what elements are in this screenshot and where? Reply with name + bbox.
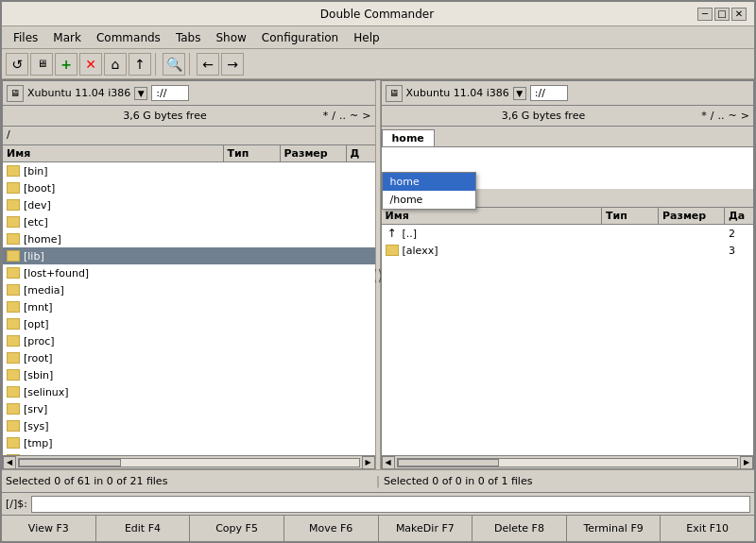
titlebar-buttons[interactable]: ─ □ ✕ [697,8,747,21]
menu-commands[interactable]: Commands [89,29,168,46]
right-slash[interactable]: / [711,110,714,122]
close-button[interactable]: ✕ [731,8,747,21]
left-col-date-header[interactable]: Д [347,145,375,161]
cmd-bar: [/]$: [2,492,754,515]
forward-button[interactable]: → [221,53,244,76]
left-file-row[interactable]: [lost+found] [3,264,375,281]
left-dotdot[interactable]: .. [339,110,346,122]
folder-icon [7,233,20,245]
right-scroll-left[interactable]: ◀ [382,456,395,469]
maximize-button[interactable]: □ [714,8,730,21]
left-scroll-thumb[interactable] [19,459,121,467]
toolbar: ↺ 🖥 + ✕ ⌂ ↑ 🔍 ← → [2,49,754,79]
right-dropdown-item-1[interactable]: /home [383,191,475,209]
left-file-row[interactable]: [srv] [3,400,375,417]
right-path-dropdown[interactable]: home /home [382,172,476,210]
left-drive-path[interactable]: :// [151,85,189,101]
refresh-button[interactable]: ↺ [6,53,28,76]
right-scroll-track[interactable] [397,458,739,467]
folder-icon [7,182,20,194]
right-file-row[interactable]: [alexx] 3 [382,242,754,259]
status-divider: | [376,475,380,488]
left-drive-dropdown[interactable]: ▼ [134,87,147,100]
fkey-copy[interactable]: Copy F5 [190,516,284,542]
left-file-row[interactable]: [sbin] [3,366,375,383]
left-scroll-right[interactable]: ▶ [362,456,375,469]
right-col-type-header[interactable]: Тип [602,208,659,224]
left-h-scroll[interactable]: ◀ ▶ [3,455,375,468]
left-crumb: / [7,128,10,141]
left-free-space: 3,6 G bytes free [7,110,323,122]
right-drive-dropdown[interactable]: ▼ [513,87,526,100]
fkey-delete[interactable]: Delete F8 [472,516,567,542]
folder-icon [7,284,20,296]
cancel-button[interactable]: ✕ [79,53,102,76]
right-file-list[interactable]: ↑ [..] 2 [alexx] 3 [382,225,754,455]
right-tab-home[interactable]: home [382,129,435,146]
left-file-row[interactable]: [proc] [3,332,375,349]
left-col-type-header[interactable]: Тип [224,145,281,161]
right-h-scroll[interactable]: ◀ ▶ [382,455,754,468]
menu-tabs[interactable]: Tabs [168,29,209,46]
back-button[interactable]: ← [197,53,219,76]
right-dropdown-item-0[interactable]: home [383,173,475,191]
left-file-row[interactable]: [tmp] [3,434,375,451]
left-scroll-track[interactable] [18,458,360,467]
fkey-edit[interactable]: Edit F4 [96,516,191,542]
left-file-row[interactable]: [lib] [3,247,375,264]
left-file-row[interactable]: [sys] [3,417,375,434]
fkey-view[interactable]: View F3 [2,516,96,542]
search-button[interactable]: 🔍 [163,53,185,76]
menu-mark[interactable]: Mark [45,29,89,46]
folder-icon [7,216,20,228]
right-drive-icon[interactable]: 🖥 [386,85,403,102]
left-drive-icon[interactable]: 🖥 [7,85,24,102]
up-button[interactable]: ↑ [129,53,151,76]
file-name: [proc] [24,335,55,348]
menu-show[interactable]: Show [208,29,253,46]
right-scroll-right[interactable]: ▶ [740,456,753,469]
left-file-list[interactable]: [bin] [boot] [dev] [etc] [home] [3,162,375,455]
file-name: [tmp] [24,437,53,450]
left-scroll-left[interactable]: ◀ [3,456,16,469]
left-file-row[interactable]: [boot] [3,179,375,196]
left-col-name-header[interactable]: Имя [3,145,224,161]
left-file-row[interactable]: [selinux] [3,383,375,400]
fkey-terminal[interactable]: Terminal F9 [567,516,662,542]
file-date: 3 [725,245,753,257]
left-col-size-header[interactable]: Размер [281,145,347,161]
left-file-row[interactable]: [dev] [3,196,375,213]
right-file-row[interactable]: ↑ [..] 2 [382,225,754,242]
home-button[interactable]: ⌂ [104,53,127,76]
menu-help[interactable]: Help [346,29,387,46]
left-arrow-right[interactable]: > [362,110,370,122]
right-col-name-header[interactable]: Имя [382,208,603,224]
right-col-size-header[interactable]: Размер [659,208,725,224]
drive-button[interactable]: 🖥 [30,53,53,76]
toolbar-separator2 [189,53,193,76]
left-file-row[interactable]: [bin] [3,162,375,179]
left-file-row[interactable]: [etc] [3,213,375,230]
left-slash[interactable]: / [332,110,335,122]
left-file-row[interactable]: [opt] [3,315,375,332]
fkey-makedir[interactable]: MakeDir F7 [379,516,473,542]
left-file-row[interactable]: [media] [3,281,375,298]
folder-icon [7,386,20,398]
right-drive-path[interactable]: :// [530,85,568,101]
left-file-row[interactable]: [mnt] [3,298,375,315]
status-bar: Selected 0 of 61 in 0 of 21 files | Sele… [2,469,754,492]
cmd-input[interactable] [31,496,750,513]
right-scroll-thumb[interactable] [398,459,500,467]
file-name: [opt] [24,318,49,331]
minimize-button[interactable]: ─ [697,8,713,21]
fkey-move[interactable]: Move F6 [284,516,379,542]
left-file-row[interactable]: [home] [3,230,375,247]
add-button[interactable]: + [55,53,77,76]
menu-files[interactable]: Files [6,29,45,46]
right-col-date-header[interactable]: Да [725,208,753,224]
left-file-row[interactable]: [root] [3,349,375,366]
right-dotdot[interactable]: .. [718,110,725,122]
menu-configuration[interactable]: Configuration [254,29,346,46]
right-arrow[interactable]: > [741,110,749,122]
fkey-exit[interactable]: Exit F10 [661,516,754,542]
